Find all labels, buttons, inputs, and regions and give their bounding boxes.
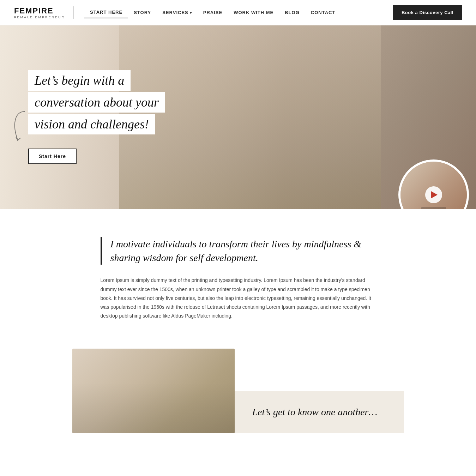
hero-line-2: conversation about your <box>28 92 165 113</box>
book-discovery-call-button[interactable]: Book a Discovery Call <box>393 5 462 20</box>
navbar: FEMPIRE FEMALE EMPRENEUR START HERE STOR… <box>0 0 476 25</box>
blockquote: I motivate individuals to transform thei… <box>101 237 376 265</box>
nav-contact[interactable]: CONTACT <box>305 7 341 18</box>
nav-praise[interactable]: PRAISE <box>198 7 228 18</box>
logo[interactable]: FEMPIRE FEMALE EMPRENEUR <box>14 6 74 19</box>
nav-blog[interactable]: BLOG <box>279 7 305 18</box>
nav-services[interactable]: SERVICES ▾ <box>157 7 198 18</box>
video-thumbnail[interactable] <box>398 159 469 209</box>
quote-text: I motivate individuals to transform thei… <box>110 237 376 265</box>
logo-sub: FEMALE EMPRENEUR <box>14 16 65 19</box>
bottom-caption-box: Let’s get to know one another… <box>235 391 404 433</box>
logo-main: FEMPIRE <box>14 6 54 16</box>
hero-line-1: Let’s begin with a <box>28 70 131 91</box>
hero-headline: Let’s begin with a conversation about yo… <box>28 70 448 136</box>
nav-work-with-me[interactable]: WORK WITH ME <box>228 7 279 18</box>
hero-section: Let’s begin with a conversation about yo… <box>0 25 476 209</box>
play-button[interactable] <box>425 186 442 203</box>
laptop-decoration <box>421 207 446 209</box>
nav-start-here[interactable]: START HERE <box>84 7 128 18</box>
bottom-caption-text: Let’s get to know one another… <box>252 406 386 418</box>
nav-story[interactable]: STORY <box>128 7 157 18</box>
curved-arrow-decoration <box>11 108 28 145</box>
section-bottom: Let’s get to know one another… <box>44 342 432 447</box>
chevron-down-icon: ▾ <box>190 11 192 15</box>
hero-line-3: vision and challenges! <box>28 114 155 134</box>
body-text: Lorem Ipsum is simply dummy text of the … <box>101 276 376 320</box>
nav-links: START HERE STORY SERVICES ▾ PRAISE WORK … <box>84 7 393 18</box>
play-icon <box>431 191 438 198</box>
image-gradient <box>72 382 235 433</box>
bottom-image <box>72 349 235 433</box>
start-here-button[interactable]: Start Here <box>28 149 77 164</box>
section-quote: I motivate individuals to transform thei… <box>86 209 390 342</box>
